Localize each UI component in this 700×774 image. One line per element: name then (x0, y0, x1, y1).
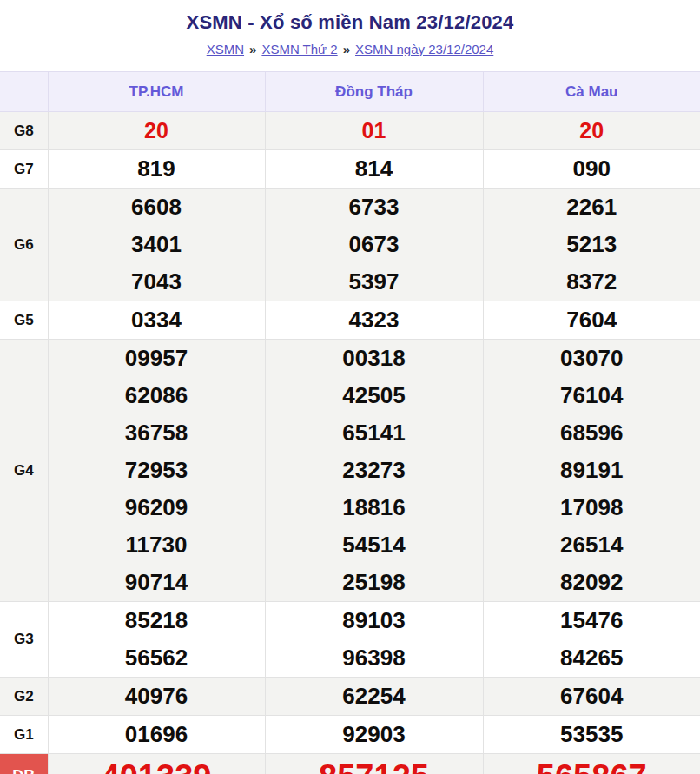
breadcrumb-link[interactable]: XSMN Thứ 2 (261, 42, 337, 56)
prize-value-cell: 565867 (483, 754, 700, 774)
prize-number: 20 (484, 112, 700, 149)
table-row: G409957620863675872953962091173090714003… (0, 340, 700, 602)
prize-value-cell: 673306735397 (265, 189, 483, 301)
prize-number: 40976 (49, 678, 265, 715)
prize-number: 62086 (49, 377, 265, 414)
prize-number: 68596 (484, 414, 700, 452)
prize-number: 01 (266, 112, 483, 149)
prize-number: 36758 (49, 414, 265, 452)
prize-value-cell: 20 (48, 112, 265, 150)
table-row: G2409766225467604 (0, 678, 700, 716)
prize-number: 5213 (484, 226, 700, 263)
table-row: ĐB401339857125565867 (0, 754, 700, 774)
table-row: G1016969290353535 (0, 716, 700, 754)
prize-number: 89103 (266, 602, 483, 639)
prize-value-cell: 03070761046859689191170982651482092 (483, 340, 700, 602)
prize-label: G1 (0, 716, 48, 754)
prize-value-cell: 4323 (265, 301, 483, 340)
prize-number: 96398 (266, 639, 483, 677)
prize-number: 6733 (266, 189, 483, 226)
prize-value-cell: 01696 (48, 716, 265, 754)
breadcrumb-link[interactable]: XSMN (207, 42, 244, 56)
prize-value-cell: 00318425056514123273188165451425198 (265, 340, 483, 602)
prize-number: 6608 (49, 189, 265, 226)
header-row: TP.HCMĐồng ThápCà Mau (0, 72, 700, 112)
table-row: G6660834017043673306735397226152138372 (0, 189, 700, 301)
prize-number: 65141 (266, 414, 483, 452)
column-header: TP.HCM (48, 72, 265, 112)
prize-number: 0334 (49, 301, 265, 339)
prize-number: 72953 (49, 452, 265, 489)
prize-number: 03070 (484, 340, 700, 377)
prize-value-cell: 40976 (48, 678, 265, 716)
prize-number: 84265 (484, 639, 700, 677)
prize-number: 76104 (484, 377, 700, 414)
prize-number: 42505 (266, 377, 483, 414)
table-row: G3852185656289103963981547684265 (0, 602, 700, 678)
prize-value-cell: 819 (48, 150, 265, 189)
corner-cell (0, 72, 48, 112)
prize-value-cell: 92903 (265, 716, 483, 754)
prize-label: G2 (0, 678, 48, 716)
prize-value-cell: 1547684265 (483, 602, 700, 678)
prize-number: 90714 (49, 564, 265, 601)
prize-number: 92903 (266, 716, 483, 753)
prize-value-cell: 814 (265, 150, 483, 189)
prize-number: 090 (484, 150, 700, 188)
prize-number: 401339 (49, 755, 265, 774)
prize-number: 26514 (484, 526, 700, 564)
prize-number: 25198 (266, 564, 483, 601)
prize-number: 2261 (484, 189, 700, 226)
table-row: G8200120 (0, 112, 700, 150)
prize-number: 3401 (49, 226, 265, 263)
prize-number: 56562 (49, 639, 265, 677)
prize-number: 01696 (49, 716, 265, 753)
prize-value-cell: 7604 (483, 301, 700, 340)
prize-value-cell: 20 (483, 112, 700, 150)
prize-number: 09957 (49, 340, 265, 377)
breadcrumb-separator: » (343, 42, 350, 56)
prize-label: G6 (0, 189, 48, 301)
prize-value-cell: 0334 (48, 301, 265, 340)
prize-number: 819 (49, 150, 265, 188)
prize-number: 53535 (484, 716, 700, 753)
prize-number: 89191 (484, 452, 700, 489)
column-header: Đồng Tháp (265, 72, 483, 112)
prize-number: 0673 (266, 226, 483, 263)
prize-label: G8 (0, 112, 48, 150)
prize-number: 67604 (484, 678, 700, 715)
prize-number: 18816 (266, 489, 483, 526)
prize-value-cell: 401339 (48, 754, 265, 774)
prize-value-cell: 090 (483, 150, 700, 189)
prize-number: 00318 (266, 340, 483, 377)
results-table-body: G8200120G7819814090G66608340170436733067… (0, 112, 700, 774)
prize-label: G3 (0, 602, 48, 678)
prize-label: G7 (0, 150, 48, 189)
breadcrumb: XSMN»XSMN Thứ 2»XSMN ngày 23/12/2024 (0, 42, 700, 56)
prize-value-cell: 09957620863675872953962091173090714 (48, 340, 265, 602)
prize-number: 85218 (49, 602, 265, 639)
prize-number: 17098 (484, 489, 700, 526)
prize-number: 15476 (484, 602, 700, 639)
prize-number: 23273 (266, 452, 483, 489)
column-header: Cà Mau (483, 72, 700, 112)
prize-number: 8372 (484, 263, 700, 301)
prize-label: G5 (0, 301, 48, 340)
page-title: XSMN - Xổ số miền Nam 23/12/2024 (0, 11, 700, 34)
prize-value-cell: 01 (265, 112, 483, 150)
prize-number: 565867 (484, 755, 700, 774)
prize-value-cell: 8521856562 (48, 602, 265, 678)
prize-number: 54514 (266, 526, 483, 564)
prize-number: 857125 (266, 755, 483, 774)
prize-number: 11730 (49, 526, 265, 564)
prize-value-cell: 53535 (483, 716, 700, 754)
table-row: G5033443237604 (0, 301, 700, 340)
prize-number: 4323 (266, 301, 483, 339)
prize-number: 7604 (484, 301, 700, 339)
table-row: G7819814090 (0, 150, 700, 189)
prize-number: 814 (266, 150, 483, 188)
prize-number: 96209 (49, 489, 265, 526)
prize-number: 82092 (484, 564, 700, 601)
breadcrumb-link[interactable]: XSMN ngày 23/12/2024 (355, 42, 493, 56)
prize-value-cell: 8910396398 (265, 602, 483, 678)
